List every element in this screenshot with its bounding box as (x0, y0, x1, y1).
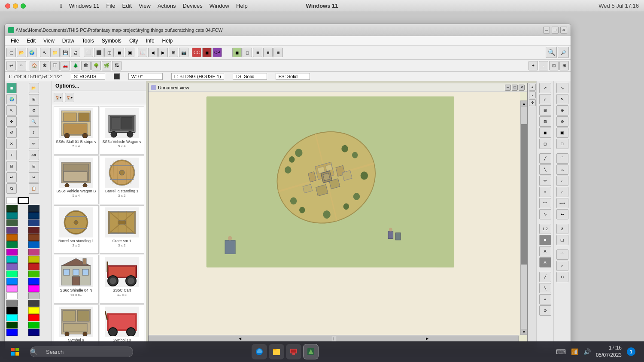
search-bar-container[interactable]: 🔍 Search (26, 347, 133, 357)
rt1-18[interactable]: ╲ (539, 283, 551, 293)
tool-select[interactable]: ▢ (6, 48, 16, 57)
tool-t1[interactable]: ⬜ (84, 48, 93, 57)
tool2-t6[interactable]: 🚗 (61, 61, 70, 70)
taskbar-app-vm[interactable] (286, 344, 301, 359)
swatch-cyan[interactable] (6, 256, 18, 263)
swatch-red[interactable] (28, 263, 39, 270)
swatch-purple[interactable] (6, 227, 18, 234)
scroll-right-arrow[interactable]: ▶ (336, 336, 519, 342)
rt1-3[interactable]: ⊞ (539, 105, 551, 116)
sym-folder1[interactable]: 🏠▾ (54, 93, 63, 102)
canvas-scrollbar-v[interactable]: ▲ ▼ (520, 100, 527, 335)
rt1-9[interactable]: ✏ (539, 176, 551, 186)
rt1-12[interactable]: ∿ (539, 209, 551, 219)
rt-zoom-in[interactable]: + (529, 84, 536, 91)
tool-t11[interactable]: CC (192, 48, 201, 57)
rt1-4[interactable]: ⊟ (539, 116, 551, 127)
taskbar-app-profantasy[interactable] (303, 344, 319, 359)
notification-badge[interactable]: 1 (627, 347, 635, 356)
swatch-dkblue[interactable] (28, 329, 39, 336)
rt1-5[interactable]: ◼ (539, 128, 551, 138)
canvas-area[interactable]: Unnamed view ─ □ ✕ (146, 81, 536, 350)
rt1-15[interactable]: A (539, 246, 551, 256)
tool-t13[interactable]: CP (213, 48, 222, 57)
menu-file[interactable]: File (7, 37, 22, 45)
zoom-out-btn[interactable]: 🔎 (558, 47, 569, 58)
start-button[interactable] (9, 345, 21, 358)
swatch-white2[interactable] (6, 292, 18, 299)
options-label[interactable]: Options... (55, 83, 79, 89)
color-white[interactable] (6, 197, 18, 204)
swatch-navy[interactable] (28, 212, 39, 219)
lt-settings[interactable]: ⚙ (29, 105, 39, 116)
swatch-ltgreen[interactable] (6, 241, 18, 248)
rt1-19[interactable]: ⌖ (539, 294, 551, 304)
tool-t7[interactable]: ◀ (148, 48, 158, 57)
rt2-6[interactable]: □ (556, 139, 568, 149)
zoom-out2[interactable]: - (539, 61, 548, 70)
rt2-8[interactable]: ⌓ (556, 164, 568, 175)
app-win-controls[interactable]: ─ □ ✕ (543, 27, 567, 33)
swatch-ltgray[interactable] (28, 292, 39, 299)
lt-undo[interactable]: ↩ (6, 172, 17, 183)
rt1-20[interactable]: ⊙ (539, 305, 551, 316)
rt2-12[interactable]: ↭ (556, 209, 568, 219)
tool2-t9[interactable]: 🌳 (91, 61, 101, 70)
swatch-yellow[interactable] (28, 256, 39, 263)
swatch-ltpink[interactable] (6, 285, 18, 292)
lt-cursor[interactable]: ↖ (6, 105, 17, 116)
swatch-brightgreen[interactable] (6, 271, 18, 277)
tool-t16[interactable]: ◾ (253, 48, 262, 57)
tool-t5[interactable]: ▣ (125, 48, 134, 57)
menu-city[interactable]: City (126, 37, 142, 45)
symbol-item-6[interactable]: SS6c Shindle 04 N 65 x 51 (54, 255, 99, 303)
rt1-13[interactable]: 1,2 (539, 224, 551, 234)
lt-paste[interactable]: 📋 (29, 183, 39, 194)
mac-menu-window[interactable]: Window (210, 3, 229, 9)
rt-zoom-out[interactable]: - (529, 91, 536, 98)
symbol-item-5[interactable]: Crate sm 1 3 x 2 (100, 205, 145, 254)
lt-aa[interactable]: Aa (29, 150, 39, 160)
color-black-outline[interactable] (18, 197, 29, 204)
swatch-fuchsia[interactable] (28, 285, 39, 292)
app-close-btn[interactable]: ✕ (560, 27, 567, 33)
taskbar-app-edge[interactable] (252, 344, 267, 359)
mac-menu-edit[interactable]: Edit (122, 3, 132, 9)
zoom-in-btn[interactable]: 🔍 (546, 47, 557, 58)
rt2-13[interactable]: 3 (556, 224, 568, 234)
swatch-lime[interactable] (28, 271, 39, 277)
swatch-pure-blue[interactable] (6, 329, 18, 336)
scroll-up-arrow[interactable]: ▲ (521, 100, 527, 106)
lt-copy[interactable]: ⧉ (6, 183, 17, 194)
tool-t9[interactable]: ⊞ (169, 48, 178, 57)
lt-green-rect[interactable]: ■ (6, 83, 17, 93)
mac-menu-apple[interactable]:  (60, 3, 62, 9)
canvas-win-buttons[interactable]: ─ □ ✕ (505, 85, 525, 91)
mac-menu-devices[interactable]: Devices (183, 3, 203, 9)
rt1-7[interactable]: ╱ (539, 153, 551, 164)
scroll-left-arrow[interactable]: ◀ (149, 336, 331, 342)
rt2-14[interactable]: ▢ (556, 235, 568, 245)
symbol-item-4[interactable]: Barrel sm standing 1 2 x 2 (54, 205, 99, 254)
lt-open[interactable]: 📂 (29, 83, 39, 93)
canvas-scrollbar-h[interactable]: ◀ ▶ (149, 335, 519, 342)
rt2-10[interactable]: ⌕ (556, 187, 568, 197)
lt-flip[interactable]: ⤴ (29, 128, 39, 138)
app-minimize-btn[interactable]: ─ (543, 27, 550, 33)
rt1-8[interactable]: ╲ (539, 164, 551, 175)
symbol-item-0[interactable]: SS6c Stall 01 B stripe v 5 x 4 (54, 106, 99, 155)
swatch-green[interactable] (6, 219, 18, 226)
rt2-17[interactable]: ⊙ (556, 272, 568, 282)
lt-pencil[interactable]: ✏ (29, 139, 39, 149)
swatch-pink[interactable] (28, 249, 39, 256)
swatch-brightcyan[interactable] (6, 314, 18, 321)
close-button[interactable] (5, 3, 10, 9)
menu-view[interactable]: View (40, 37, 58, 45)
rt2-15[interactable]: ⌒ (556, 249, 568, 260)
tool-save[interactable]: 💾 (61, 48, 70, 57)
swatch-sky[interactable] (6, 278, 18, 285)
rt1-2[interactable]: ↙ (539, 94, 551, 104)
lt-rotate[interactable]: ↺ (6, 128, 17, 138)
rt2-4[interactable]: ⊖ (556, 116, 568, 127)
lt-grid[interactable]: ⊞ (29, 94, 39, 104)
